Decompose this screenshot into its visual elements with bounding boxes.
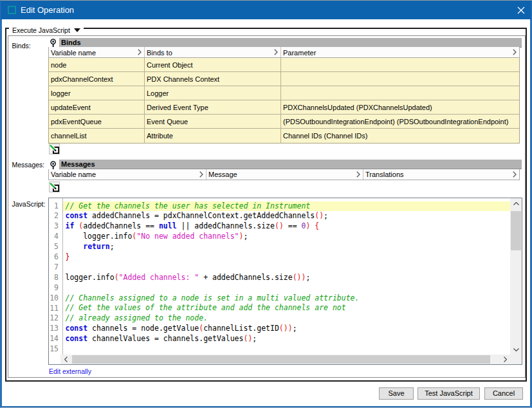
scroll-down-icon[interactable] xyxy=(510,344,522,355)
titlebar: Edit Operation xyxy=(1,1,531,19)
edit-pencil-icon xyxy=(50,182,59,192)
line-number: 3 xyxy=(49,221,59,232)
line-number: 6 xyxy=(49,252,59,263)
code-line[interactable]: return; xyxy=(63,242,511,252)
column-header-text: Variable name xyxy=(51,171,96,178)
table-cell[interactable] xyxy=(281,72,519,86)
editor-vertical-scrollbar[interactable] xyxy=(510,198,522,355)
save-button[interactable]: Save xyxy=(379,387,414,400)
window-title: Edit Operation xyxy=(21,5,74,15)
code-line[interactable]: } xyxy=(63,252,511,263)
column-header-message[interactable]: Message xyxy=(206,169,363,180)
table-cell[interactable]: Current Object xyxy=(145,58,281,71)
line-number: 13 xyxy=(49,324,59,334)
scroll-left-icon[interactable] xyxy=(60,355,71,364)
window-frame-right xyxy=(530,19,531,407)
messages-table: Variable nameMessageTranslations xyxy=(48,169,520,180)
test-javascript-button[interactable]: Test JavaScript xyxy=(417,387,480,400)
table-cell[interactable]: updateEvent xyxy=(49,100,145,114)
edit-pencil-icon xyxy=(50,144,59,154)
table-cell[interactable]: node xyxy=(49,58,145,71)
close-icon[interactable] xyxy=(513,3,529,17)
code-line[interactable]: logger.info("Added channels: " + addedCh… xyxy=(63,273,511,283)
column-header-parameter[interactable]: Parameter xyxy=(281,47,519,57)
column-sort-chevron-icon xyxy=(513,49,517,55)
code-line[interactable] xyxy=(63,263,511,273)
code-line[interactable]: const channels = node.getValue(channelLi… xyxy=(63,324,511,334)
javascript-editor[interactable]: 123456789101112131415 // Get the channel… xyxy=(48,198,522,365)
operation-type-label: Execute JavaScript xyxy=(12,26,70,34)
table-cell[interactable]: Logger xyxy=(145,86,281,100)
line-number: 15 xyxy=(49,344,59,355)
messages-edit-button[interactable] xyxy=(49,181,60,192)
code-line[interactable]: // Get the channels the user has selecte… xyxy=(63,201,511,212)
code-line[interactable]: if (addedChannels == null || addedChanne… xyxy=(63,221,511,232)
editor-code[interactable]: // Get the channels the user has selecte… xyxy=(63,198,511,355)
vscroll-thumb[interactable] xyxy=(511,211,521,250)
table-cell[interactable]: Event Queue xyxy=(145,115,281,128)
column-header-text: Variable name xyxy=(51,49,96,57)
editor-line-numbers: 123456789101112131415 xyxy=(49,198,63,355)
column-header-variable-name[interactable]: Variable name xyxy=(49,169,206,180)
table-cell[interactable]: Derived Event Type xyxy=(145,100,281,114)
table-row[interactable]: channelListAttributeChannel IDs (Channel… xyxy=(49,129,519,143)
code-line[interactable]: logger.info("No new added channels"); xyxy=(63,232,511,242)
column-sort-chevron-icon xyxy=(274,49,278,55)
line-number: 5 xyxy=(49,242,59,252)
table-cell[interactable]: pdxEventQueue xyxy=(49,115,145,128)
line-number: 10 xyxy=(49,293,59,304)
line-number: 9 xyxy=(49,283,59,293)
column-header-text: Parameter xyxy=(283,49,316,57)
hscroll-thumb[interactable] xyxy=(72,355,490,364)
column-header-translations[interactable]: Translations xyxy=(363,169,519,180)
code-line[interactable]: const addedChannels = pdxChannelContext.… xyxy=(63,211,511,221)
table-row[interactable]: pdxEventQueueEvent Queue(PDSOutboundInte… xyxy=(49,115,519,129)
line-number: 7 xyxy=(49,263,59,273)
scroll-right-icon[interactable] xyxy=(500,355,511,364)
table-row[interactable]: updateEventDerived Event TypePDXChannels… xyxy=(49,100,519,115)
column-sort-chevron-icon xyxy=(199,171,203,178)
app-icon xyxy=(8,6,16,14)
table-row[interactable]: pdxChannelContextPDX Channels Context xyxy=(49,72,519,86)
table-cell[interactable]: (PDSOutboundIntegrationEndpoint) (PDSOut… xyxy=(281,115,519,128)
edit-operation-dialog: Edit Operation Execute JavaScript Binds:… xyxy=(0,0,532,408)
table-row[interactable]: nodeCurrent Object xyxy=(49,58,519,72)
binds-label: Binds: xyxy=(12,42,31,50)
table-cell[interactable] xyxy=(281,58,519,71)
table-cell[interactable]: PDX Channels Context xyxy=(145,72,281,86)
column-header-text: Binds to xyxy=(147,49,172,57)
messages-table-header: Variable nameMessageTranslations xyxy=(48,169,520,180)
window-frame-bottom xyxy=(1,406,531,407)
messages-table-caption: Messages xyxy=(59,160,522,169)
code-line[interactable] xyxy=(63,344,511,355)
table-row[interactable]: loggerLogger xyxy=(49,86,519,100)
column-sort-chevron-icon xyxy=(138,49,142,55)
column-header-variable-name[interactable]: Variable name xyxy=(49,47,145,57)
binds-table-rows: nodeCurrent ObjectpdxChannelContextPDX C… xyxy=(48,58,520,144)
column-header-binds-to[interactable]: Binds to xyxy=(145,47,281,57)
code-line[interactable]: const channelValues = channels.getValues… xyxy=(63,334,511,344)
binds-table-header: Variable nameBinds toParameter xyxy=(48,47,520,58)
window-frame-left xyxy=(1,19,2,407)
table-cell[interactable]: channelList xyxy=(49,129,145,143)
code-line[interactable]: // Get the values of the attribute and a… xyxy=(63,303,511,313)
edit-externally-link[interactable]: Edit externally xyxy=(49,367,91,375)
operation-type-dropdown[interactable]: Execute JavaScript xyxy=(9,26,84,34)
table-cell[interactable] xyxy=(281,86,519,100)
table-cell[interactable]: pdxChannelContext xyxy=(49,72,145,86)
scroll-up-icon[interactable] xyxy=(510,198,522,209)
cancel-button[interactable]: Cancel xyxy=(484,387,523,400)
chevron-down-icon xyxy=(74,28,80,32)
code-line[interactable]: // Channels assigned to a node is set in… xyxy=(63,293,511,304)
table-cell[interactable]: logger xyxy=(49,86,145,100)
messages-label: Messages: xyxy=(12,161,45,169)
binds-edit-button[interactable] xyxy=(49,144,60,154)
table-cell[interactable]: Attribute xyxy=(145,129,281,143)
table-cell[interactable]: Channel IDs (Channel IDs) xyxy=(281,129,519,143)
table-cell[interactable]: PDXChannelsUpdated (PDXChannelsUpdated) xyxy=(281,100,519,114)
code-line[interactable]: // already assigned to the node. xyxy=(63,313,511,324)
binds-table: Variable nameBinds toParameter nodeCurre… xyxy=(48,47,520,144)
code-line[interactable] xyxy=(63,283,511,293)
editor-horizontal-scrollbar[interactable] xyxy=(60,355,511,364)
scrollbar-corner xyxy=(510,355,522,364)
